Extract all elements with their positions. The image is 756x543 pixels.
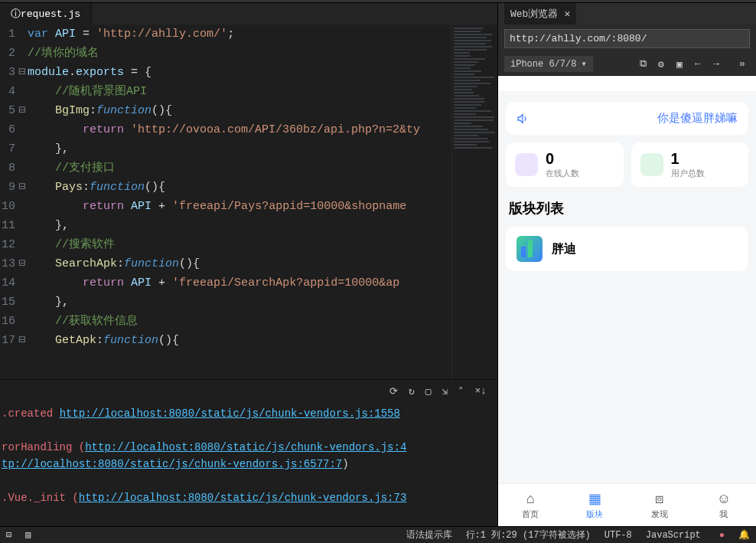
chart-icon (516, 236, 543, 262)
stats-row: 0 在线人数 1 用户总数 (506, 142, 748, 187)
forward-icon[interactable]: → (709, 58, 724, 70)
console-link[interactable]: http://localhost:8080/static/js/chunk-ve… (60, 407, 400, 420)
stat-online-value: 0 (546, 150, 579, 168)
close-icon[interactable]: ✕ (564, 8, 570, 20)
console-link[interactable]: tp://localhost:8080/static/js/chunk-vend… (2, 458, 342, 470)
nav-me[interactable]: ☺ 我 (692, 484, 756, 526)
grid-icon: ▦ (588, 490, 601, 507)
nav-boards[interactable]: ▦ 版块 (562, 484, 627, 526)
tree-icon[interactable]: ▤ (25, 529, 31, 541)
url-input[interactable] (504, 29, 750, 48)
device-select[interactable]: iPhone 6/7/8 ▾ (504, 56, 593, 72)
bug-icon[interactable]: ⟳ (389, 385, 398, 397)
stat-online-label: 在线人数 (546, 168, 579, 179)
browser-panel: Web浏览器 ✕ iPhone 6/7/8 ▾ ⧉ ⚙ ▣ ← → » (497, 3, 756, 526)
notice-card[interactable]: 你是傻逼胖娣嘛 (506, 102, 748, 135)
phone-statusbar (498, 76, 756, 91)
status-language[interactable]: JavaScript (646, 530, 701, 541)
section-title: 版块列表 (509, 199, 745, 218)
stop-icon[interactable]: ▢ (425, 385, 432, 397)
nav-discover-label: 发现 (651, 509, 668, 520)
editor-tab-label: request.js (21, 8, 80, 20)
bottom-nav: ⌂ 首页 ▦ 版块 ⧇ 发现 ☺ 我 (498, 483, 756, 526)
browser-tab[interactable]: Web浏览器 ✕ (504, 3, 576, 25)
editor-tabstrip: ⓘ request.js (0, 3, 497, 25)
stat-users[interactable]: 1 用户总数 (631, 142, 749, 187)
gear-icon[interactable]: ⚙ (653, 58, 669, 70)
board-item[interactable]: 胖迪 (506, 227, 748, 271)
stat-users-label: 用户总数 (671, 168, 705, 179)
browser-toolbar: iPhone 6/7/8 ▾ ⧉ ⚙ ▣ ← → » (498, 53, 756, 76)
nav-home[interactable]: ⌂ 首页 (498, 484, 562, 526)
notice-text: 你是傻逼胖娣嘛 (657, 111, 738, 126)
cube-icon (515, 153, 538, 176)
chevron-down-icon: ▾ (581, 58, 586, 70)
close-panel-icon[interactable]: ×↓ (474, 385, 487, 397)
board-name: 胖迪 (552, 241, 576, 257)
nav-boards-label: 版块 (586, 509, 603, 520)
nav-me-label: 我 (719, 509, 728, 520)
browser-tabbar: Web浏览器 ✕ (498, 3, 756, 25)
gift-icon: ⧇ (655, 491, 663, 507)
code-content[interactable]: var API = 'http://ahlly.com/';//填你的域名mod… (28, 25, 451, 379)
export-icon[interactable]: ⇲ (442, 385, 448, 397)
line-gutter: 1234567891011121314151617 (0, 25, 18, 379)
sound-icon (516, 112, 529, 126)
open-window-icon[interactable]: ⧉ (635, 58, 650, 70)
collapse-up-icon[interactable]: ˄ (458, 385, 464, 397)
more-icon[interactable]: » (735, 58, 750, 70)
device-label: iPhone 6/7/8 (510, 59, 576, 70)
screenshot-icon[interactable]: ▣ (672, 58, 687, 70)
status-bar: ⊟ ▤ 语法提示库 行:1 列:29 (17字符被选择) UTF-8 JavaS… (0, 526, 756, 543)
stat-online[interactable]: 0 在线人数 (506, 142, 624, 187)
reload-icon[interactable]: ↻ (409, 385, 415, 397)
home-icon: ⌂ (526, 491, 535, 507)
status-syntax[interactable]: 语法提示库 (406, 528, 452, 541)
editor-tab-requestjs[interactable]: ⓘ request.js (0, 3, 92, 25)
outline-icon[interactable]: ⊟ (6, 529, 11, 541)
minimap[interactable] (451, 25, 497, 379)
person-icon: ☺ (717, 491, 731, 507)
main-area: ⓘ request.js 1234567891011121314151617 ⊟… (0, 3, 756, 526)
nav-home-label: 首页 (522, 509, 539, 520)
fold-gutter[interactable]: ⊟ ⊟ ⊟ ⊟ ⊟ (18, 25, 28, 379)
user-icon (640, 153, 663, 176)
console-toolbar: ⟳ ↻ ▢ ⇲ ˄ ×↓ (0, 379, 497, 402)
console-output[interactable]: .created http://localhost:8080/static/js… (0, 402, 497, 526)
stat-users-value: 1 (671, 150, 705, 168)
back-icon[interactable]: ← (690, 58, 705, 70)
console-link[interactable]: http://localhost:8080/static/js/chunk-ve… (79, 492, 406, 504)
status-cursor[interactable]: 行:1 列:29 (17字符被选择) (466, 528, 591, 541)
url-bar (498, 25, 756, 53)
bell-icon[interactable]: ● (719, 530, 725, 541)
notification-icon[interactable]: 🔔 (738, 529, 750, 541)
editor-pane: ⓘ request.js 1234567891011121314151617 ⊟… (0, 3, 497, 526)
browser-tab-label: Web浏览器 (510, 7, 558, 21)
editor-body: 1234567891011121314151617 ⊟ ⊟ ⊟ ⊟ ⊟ var … (0, 25, 497, 379)
console-link[interactable]: http://localhost:8080/static/js/chunk-ve… (85, 441, 406, 453)
code-editor[interactable]: 1234567891011121314151617 ⊟ ⊟ ⊟ ⊟ ⊟ var … (0, 25, 497, 379)
nav-discover[interactable]: ⧇ 发现 (627, 484, 692, 526)
status-encoding[interactable]: UTF-8 (604, 530, 632, 541)
phone-preview: 你是傻逼胖娣嘛 0 在线人数 1 用户总数 (498, 76, 756, 526)
